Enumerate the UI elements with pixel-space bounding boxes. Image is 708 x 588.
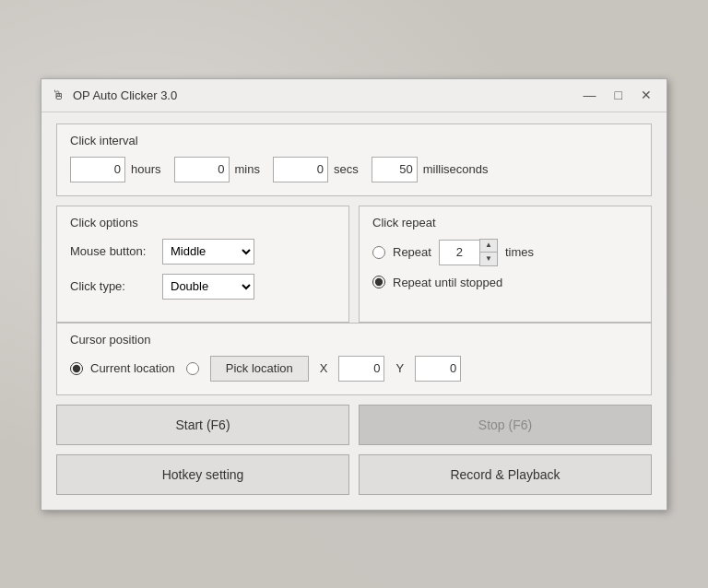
pick-location-radio[interactable] <box>186 362 199 375</box>
current-location-radio[interactable] <box>70 362 83 375</box>
repeat-radio[interactable] <box>372 246 385 259</box>
ms-input[interactable] <box>372 157 418 182</box>
click-type-row: Click type: Single Double Triple <box>70 274 336 300</box>
mouse-button-row: Mouse button: Left Middle Right <box>70 239 336 265</box>
click-options-title: Click options <box>70 216 336 229</box>
start-button[interactable]: Start (F6) <box>56 405 349 445</box>
titlebar-controls: — □ ✕ <box>578 87 657 103</box>
app-title: OP Auto Clicker 3.0 <box>73 88 177 102</box>
bottom-buttons: Start (F6) Stop (F6) Hotkey setting Reco… <box>56 405 652 495</box>
pick-location-button[interactable]: Pick location <box>210 356 309 382</box>
record-playback-button[interactable]: Record & Playback <box>359 454 652 495</box>
x-input[interactable] <box>338 356 384 382</box>
mins-label: mins <box>235 162 260 176</box>
repeat-label[interactable]: Repeat <box>393 245 431 259</box>
stop-button[interactable]: Stop (F6) <box>359 405 652 445</box>
content-area: Click interval hours mins secs milliseco… <box>41 112 667 510</box>
repeat-spin: ▲ ▼ <box>439 239 498 266</box>
hours-input[interactable] <box>70 157 125 182</box>
click-options-section: Click options Mouse button: Left Middle … <box>56 206 349 323</box>
repeat-until-label[interactable]: Repeat until stopped <box>393 276 502 289</box>
secs-label: secs <box>334 162 359 176</box>
spin-up-button[interactable]: ▲ <box>480 240 497 253</box>
minimize-button[interactable]: — <box>578 87 602 103</box>
repeat-until-radio[interactable] <box>372 276 385 288</box>
close-button[interactable]: ✕ <box>635 87 657 103</box>
click-type-select[interactable]: Single Double Triple <box>162 274 254 300</box>
spin-buttons: ▲ ▼ <box>479 239 498 266</box>
interval-row: hours mins secs milliseconds <box>70 157 638 182</box>
repeat-row: Repeat ▲ ▼ times <box>372 239 638 266</box>
y-input[interactable] <box>415 356 461 382</box>
app-icon: 🖱 <box>51 88 65 102</box>
maximize-button[interactable]: □ <box>609 87 628 103</box>
click-type-label: Click type: <box>70 279 153 293</box>
titlebar-left: 🖱 OP Auto Clicker 3.0 <box>51 88 177 102</box>
cursor-row: Current location Pick location X Y <box>70 356 638 382</box>
times-label: times <box>505 245 534 259</box>
current-location-row: Current location <box>70 361 175 375</box>
mouse-button-select[interactable]: Left Middle Right <box>162 239 254 265</box>
secs-input[interactable] <box>273 157 328 182</box>
pick-location-row <box>186 362 199 375</box>
hotkey-setting-button[interactable]: Hotkey setting <box>56 454 349 495</box>
current-location-label[interactable]: Current location <box>90 361 175 375</box>
click-interval-title: Click interval <box>70 134 638 147</box>
ms-label: milliseconds <box>423 162 489 176</box>
hours-label: hours <box>131 162 161 176</box>
y-label: Y <box>395 361 404 375</box>
mins-input[interactable] <box>174 157 230 182</box>
click-interval-section: Click interval hours mins secs milliseco… <box>56 123 652 196</box>
main-window: 🖱 OP Auto Clicker 3.0 — □ ✕ Click interv… <box>41 78 667 511</box>
titlebar: 🖱 OP Auto Clicker 3.0 — □ ✕ <box>41 79 667 112</box>
mouse-button-label: Mouse button: <box>70 244 153 258</box>
cursor-position-title: Cursor position <box>70 333 638 347</box>
click-repeat-title: Click repeat <box>372 216 638 229</box>
repeat-radio-group: Repeat ▲ ▼ times Repeat until stopped <box>372 239 638 289</box>
x-label: X <box>320 361 328 375</box>
repeat-value-input[interactable] <box>439 240 479 265</box>
repeat-until-row: Repeat until stopped <box>372 276 638 289</box>
middle-sections: Click options Mouse button: Left Middle … <box>56 206 652 323</box>
cursor-position-section: Cursor position Current location Pick lo… <box>56 323 652 395</box>
click-repeat-section: Click repeat Repeat ▲ ▼ times <box>359 206 652 323</box>
spin-down-button[interactable]: ▼ <box>480 253 497 265</box>
